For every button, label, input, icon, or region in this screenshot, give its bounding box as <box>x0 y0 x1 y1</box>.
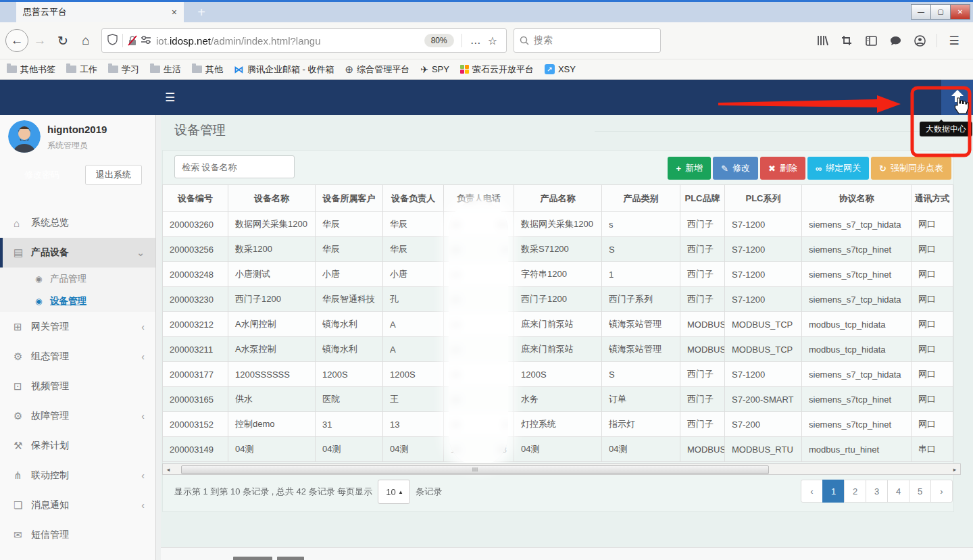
toolbar-button-删除[interactable]: ✖删除 <box>760 157 805 180</box>
sidebar-item-故障管理[interactable]: ⚙故障管理‹ <box>0 401 155 431</box>
bookmark-item[interactable]: 萤石云开放平台 <box>460 63 534 76</box>
screenshot-crop-icon[interactable] <box>834 30 859 51</box>
minimize-button[interactable]: — <box>911 4 931 20</box>
bookmark-label: 腾讯企业邮箱 - 收件箱 <box>247 63 334 76</box>
browser-search-bar[interactable]: 搜索 <box>514 28 661 53</box>
browser-tab[interactable]: 思普云平台 × <box>16 2 184 22</box>
toolbar-button-修改[interactable]: ✎修改 <box>713 157 758 180</box>
pager-page-5[interactable]: 5 <box>909 480 931 503</box>
sidebar-item-产品管理[interactable]: ◉产品管理 <box>0 268 155 290</box>
maximize-button[interactable]: ▢ <box>930 4 951 20</box>
scrollbar-thumb[interactable] <box>181 465 769 474</box>
bookmark-item[interactable]: 生活 <box>150 63 181 76</box>
bookmark-label: 综合管理平台 <box>357 63 409 76</box>
permissions-icon[interactable] <box>141 34 151 47</box>
table-row[interactable]: 200003165供水医院王18水务订单西门子S7-200-SMARTsieme… <box>163 387 953 412</box>
zoom-level-badge[interactable]: 80% <box>424 34 454 47</box>
new-tab-button[interactable]: + <box>191 3 211 22</box>
bookmark-item[interactable]: ✈SPY <box>420 64 449 75</box>
folder-icon <box>66 66 76 73</box>
home-icon[interactable]: ⌂ <box>74 33 97 48</box>
bookmark-item[interactable]: 学习 <box>108 63 139 76</box>
column-header[interactable]: 协议名称 <box>802 185 912 212</box>
pager-page-3[interactable]: 3 <box>866 480 888 503</box>
logout-button[interactable]: 退出系统 <box>85 165 142 185</box>
toolbar-button-强制同步点表[interactable]: ↻强制同步点表 <box>871 157 951 180</box>
table-row[interactable]: 200003256数采1200华辰华辰184数采S71200S西门子S7-120… <box>163 237 953 262</box>
sidebar-item-消息通知[interactable]: ❏消息通知‹ <box>0 490 155 520</box>
pager-next[interactable]: › <box>930 480 953 503</box>
bookmark-item[interactable]: ⋈腾讯企业邮箱 - 收件箱 <box>234 63 334 76</box>
toolbar-button-绑定网关[interactable]: ∞绑定网关 <box>807 157 869 180</box>
toolbar-icons: ☰ <box>810 30 966 51</box>
pager-page-4[interactable]: 4 <box>887 480 909 503</box>
menu-hamburger-icon[interactable]: ☰ <box>942 30 966 51</box>
table-row[interactable]: 2000031771200SSSSSS1200S1200S151200SS西门子… <box>163 362 953 387</box>
scroll-left-icon[interactable]: ◂ <box>163 466 174 473</box>
pager-prev[interactable]: ‹ <box>801 480 823 503</box>
url-bar[interactable]: iot.idosp.net/admin/index.html?langu 80%… <box>101 28 507 53</box>
horizontal-scrollbar[interactable]: ◂ ▸ <box>162 463 961 475</box>
close-button[interactable]: ✕ <box>950 4 970 20</box>
forward-icon[interactable]: → <box>28 33 51 48</box>
sidebar-collapse-icon[interactable]: ☰ <box>165 91 175 105</box>
table-row[interactable]: 200003152控制demo3113153灯控系统指示灯西门子S7-200si… <box>163 412 953 437</box>
chat-bubble-icon[interactable] <box>883 30 907 51</box>
url-text[interactable]: iot.idosp.net/admin/index.html?langu <box>156 35 422 47</box>
library-icon[interactable] <box>810 30 834 51</box>
table-row[interactable]: 200003211A水泵控制镇海水利A13庶来门前泵站镇海泵站管理MODBUSM… <box>163 337 953 362</box>
bookmark-item[interactable]: 其他 <box>192 63 223 76</box>
sidebar-item-短信管理[interactable]: ✉短信管理 <box>0 520 155 550</box>
column-header[interactable]: 设备编号 <box>163 185 228 212</box>
sidebar-item-保养计划[interactable]: ⚒保养计划 <box>0 431 155 461</box>
device-search-input[interactable] <box>174 155 295 178</box>
sidebar-item-产品设备[interactable]: ▤产品设备⌄ <box>0 238 155 268</box>
bookmark-item[interactable]: ↗XSY <box>545 64 576 74</box>
column-header[interactable]: PLC品牌 <box>680 185 725 212</box>
pager-page-2[interactable]: 2 <box>844 480 866 503</box>
pagination-info: 显示第 1 到第 10 条记录 , 总共 42 条记录 每页显示 10 ▴ 条记… <box>174 480 442 504</box>
bookmark-star-icon[interactable]: ☆ <box>484 34 501 47</box>
column-header[interactable]: 产品名称 <box>514 185 602 212</box>
sidebar-item-组态管理[interactable]: ⚙组态管理‹ <box>0 342 155 372</box>
change-password-button[interactable]: 修改密码 <box>14 165 70 185</box>
pager-page-1[interactable]: 1 <box>822 480 845 503</box>
column-header[interactable]: PLC系列 <box>725 185 802 212</box>
page-actions-icon[interactable]: … <box>467 34 484 47</box>
sidebar-item-视频管理[interactable]: ⊡视频管理 <box>0 372 155 401</box>
bookmark-item[interactable]: 工作 <box>66 63 97 76</box>
divider <box>461 34 462 47</box>
reload-icon[interactable]: ↻ <box>51 33 74 49</box>
shield-icon[interactable] <box>107 34 118 48</box>
sidebar-item-系统总览[interactable]: ⌂系统总览 <box>0 208 155 238</box>
table-row[interactable]: 200003248小唐测试小唐小唐13字符串12001西门子S7-1200sie… <box>163 262 953 287</box>
table-row[interactable]: 200003230西门子1200华辰智通科技孔15西门子1200西门子系列西门子… <box>163 287 953 312</box>
sidebar-item-label: 产品管理 <box>50 273 86 285</box>
table-cell: S7-1200 <box>725 212 802 237</box>
page-size-select[interactable]: 10 ▴ <box>378 480 410 504</box>
back-icon[interactable]: ← <box>5 29 28 52</box>
bookmark-label: 其他 <box>205 63 223 76</box>
sidebar-item-网关管理[interactable]: ⊞网关管理‹ <box>0 312 155 342</box>
scroll-right-icon[interactable]: ▸ <box>949 466 960 473</box>
table-cell: A <box>383 337 444 362</box>
toolbar-button-新增[interactable]: +新增 <box>668 157 711 180</box>
tab-close-icon[interactable]: × <box>172 7 177 18</box>
insecure-lock-icon[interactable] <box>128 35 137 46</box>
column-header[interactable]: 通讯方式 <box>912 185 953 212</box>
table-row[interactable]: 20000314904测04测04测153804测04测MODBUSMODBUS… <box>163 437 953 462</box>
column-header[interactable]: 产品类别 <box>602 185 680 212</box>
table-row[interactable]: 200003260数据网关采集1200华辰华辰1804数据网关采集1200s西门… <box>163 212 953 237</box>
column-header[interactable]: 设备名称 <box>228 185 316 212</box>
bookmark-item[interactable]: 其他书签 <box>7 63 55 76</box>
sidebar-item-设备管理[interactable]: ◉设备管理 <box>0 290 155 312</box>
sidebar-toggle-icon[interactable] <box>859 30 883 51</box>
column-header[interactable]: 设备负责人 <box>383 185 444 212</box>
sidebar-item-联动控制[interactable]: ⋔联动控制‹ <box>0 461 155 490</box>
column-header[interactable]: 设备所属客户 <box>316 185 383 212</box>
table-row[interactable]: 200003212A水闸控制镇海水利A13庶来门前泵站镇海泵站管理MODBUSM… <box>163 312 953 337</box>
account-icon[interactable] <box>907 30 932 51</box>
avatar[interactable] <box>8 120 41 153</box>
bookmark-item[interactable]: ⊕综合管理平台 <box>345 63 410 76</box>
sidebar-content-divider[interactable] <box>155 115 161 560</box>
